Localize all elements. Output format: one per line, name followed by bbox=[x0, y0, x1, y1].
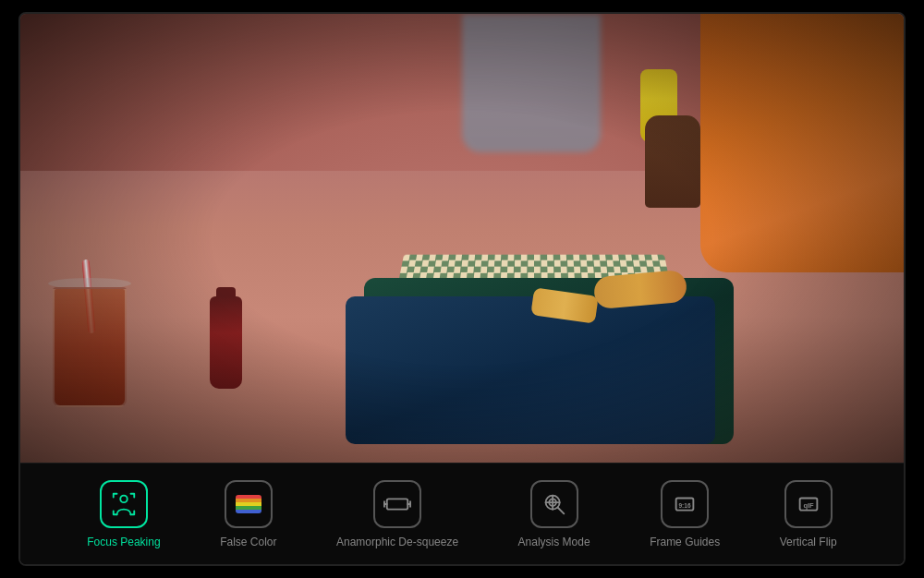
vignette-overlay bbox=[20, 14, 904, 463]
tool-anamorphic[interactable]: Anamorphic De-squeeze bbox=[325, 473, 469, 556]
tool-analysis[interactable]: Analysis Mode bbox=[507, 473, 602, 556]
tool-frame-guides[interactable]: 9:16 Frame Guides bbox=[638, 473, 731, 556]
tool-vertical-flip[interactable]: qIF Vertical Flip bbox=[769, 473, 848, 556]
svg-text:9:16: 9:16 bbox=[679, 501, 691, 508]
focus-peaking-icon-container bbox=[100, 480, 148, 528]
toolbar: Focus Peaking False Color bbox=[20, 463, 904, 564]
svg-text:qIF: qIF bbox=[803, 500, 814, 509]
svg-rect-1 bbox=[387, 499, 408, 509]
app-container: Focus Peaking False Color bbox=[18, 12, 906, 566]
frame-guides-icon-container: 9:16 bbox=[661, 480, 709, 528]
vertical-flip-icon-container: qIF bbox=[784, 480, 833, 528]
tool-focus-peaking[interactable]: Focus Peaking bbox=[76, 473, 171, 556]
video-area bbox=[20, 14, 904, 463]
vertical-flip-label: Vertical Flip bbox=[780, 536, 837, 548]
stripe-blue bbox=[236, 510, 261, 513]
anamorphic-label: Anamorphic De-squeeze bbox=[336, 536, 458, 548]
focus-peaking-label: Focus Peaking bbox=[87, 536, 160, 548]
tool-false-color[interactable]: False Color bbox=[209, 473, 287, 556]
false-color-label: False Color bbox=[220, 536, 276, 548]
video-canvas bbox=[20, 14, 904, 463]
false-color-icon-container bbox=[225, 480, 273, 528]
analysis-icon-container bbox=[530, 480, 578, 528]
false-color-stripes bbox=[236, 495, 261, 513]
frame-guides-label: Frame Guides bbox=[650, 536, 720, 548]
svg-line-8 bbox=[557, 507, 564, 513]
svg-point-0 bbox=[120, 495, 128, 502]
anamorphic-icon-container bbox=[373, 480, 421, 528]
analysis-label: Analysis Mode bbox=[518, 536, 590, 548]
